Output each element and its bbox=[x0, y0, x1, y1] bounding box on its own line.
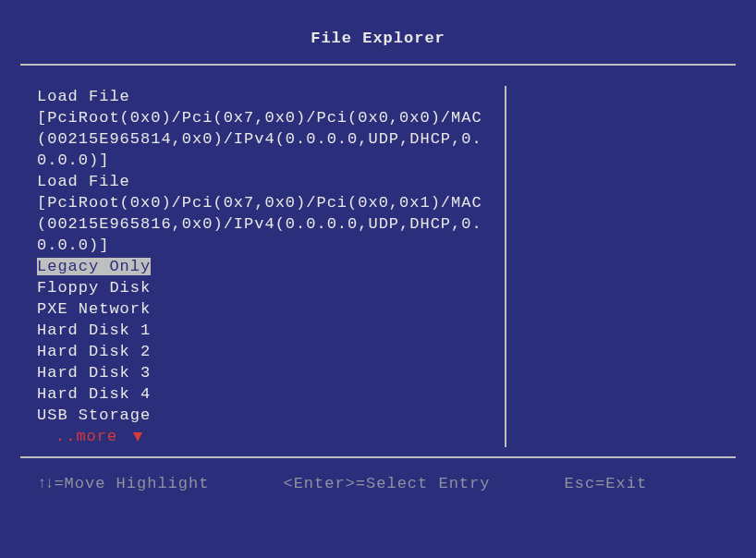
menu-item-hard-disk-4[interactable]: Hard Disk 4 bbox=[37, 383, 492, 405]
vertical-divider bbox=[505, 86, 506, 447]
menu-column: Load File [PciRoot(0x0)/Pci(0x7,0x0)/Pci… bbox=[20, 86, 492, 447]
menu-item-usb-storage[interactable]: USB Storage bbox=[37, 405, 492, 426]
updown-arrows-icon: ↑↓ bbox=[37, 475, 52, 492]
page-title: File Explorer bbox=[20, 18, 736, 64]
menu-item-pxe-network[interactable]: PXE Network bbox=[37, 298, 492, 320]
menu-item-devicepath-2[interactable]: [PciRoot(0x0)/Pci(0x7,0x0)/Pci(0x0,0x1)/… bbox=[37, 192, 492, 256]
more-label: ..more bbox=[55, 428, 117, 445]
hint-move-label: =Move Highlight bbox=[54, 475, 209, 492]
menu-item-floppy-disk[interactable]: Floppy Disk bbox=[37, 277, 492, 298]
menu-item-load-file-2[interactable]: Load File bbox=[37, 171, 492, 192]
hint-select: <Enter>=Select Entry bbox=[283, 475, 490, 492]
footer-hints: ↑↓=Move Highlight <Enter>=Select Entry E… bbox=[20, 458, 736, 492]
menu-item-legacy-only[interactable]: Legacy Only bbox=[37, 256, 492, 277]
arrow-down-icon bbox=[133, 432, 142, 442]
bios-screen: File Explorer Load File [PciRoot(0x0)/Pc… bbox=[0, 0, 756, 558]
menu-item-selected-label: Legacy Only bbox=[37, 258, 151, 275]
hint-esc: Esc=Exit bbox=[564, 475, 647, 492]
more-indicator: ..more bbox=[37, 426, 492, 447]
menu-item-hard-disk-2[interactable]: Hard Disk 2 bbox=[37, 341, 492, 362]
hint-move: ↑↓=Move Highlight bbox=[37, 475, 209, 492]
menu-item-hard-disk-3[interactable]: Hard Disk 3 bbox=[37, 362, 492, 383]
menu-item-hard-disk-1[interactable]: Hard Disk 1 bbox=[37, 320, 492, 341]
menu-item-load-file-1[interactable]: Load File bbox=[37, 86, 492, 107]
content-area: Load File [PciRoot(0x0)/Pci(0x7,0x0)/Pci… bbox=[20, 66, 736, 456]
menu-item-devicepath-1[interactable]: [PciRoot(0x0)/Pci(0x7,0x0)/Pci(0x0,0x0)/… bbox=[37, 107, 492, 171]
